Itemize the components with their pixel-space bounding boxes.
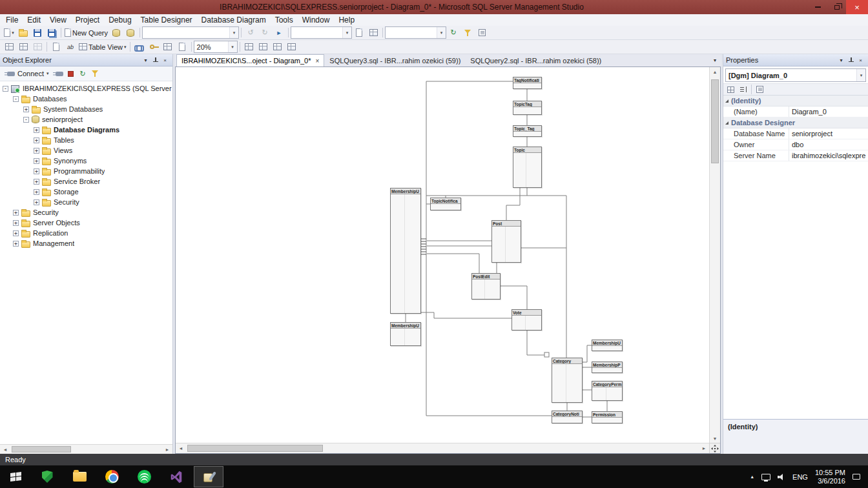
pan-button[interactable]	[709, 443, 720, 453]
language-indicator[interactable]: ENG	[792, 473, 808, 481]
tab-sqlquery2[interactable]: SQLQuery2.sql - IBR...rahim ozekici (58)…	[466, 54, 606, 66]
debug-button[interactable]: ►	[272, 26, 286, 39]
taskbar-chrome[interactable]	[97, 466, 127, 487]
volume-icon[interactable]	[778, 474, 785, 480]
scroll-left-icon[interactable]: ◄	[176, 443, 186, 453]
new-table-button[interactable]	[2, 41, 16, 54]
close-panel-icon[interactable]: ×	[856, 56, 865, 65]
disconnect-button[interactable]	[52, 68, 65, 79]
tree-item-server[interactable]: -IBRAHIMOZEKICI\SQLEXPRESS (SQL Server 1…	[0, 83, 172, 94]
expander-icon[interactable]: +	[34, 189, 39, 195]
properties-object-dropdown[interactable]: [Dgm] Diagram_0 ▾	[725, 68, 866, 82]
entity-vote[interactable]: Vote	[512, 309, 542, 330]
pin-icon[interactable]	[150, 56, 160, 65]
tree-item-server-objects[interactable]: +Server Objects	[0, 218, 172, 228]
menu-project[interactable]: Project	[71, 15, 104, 25]
property-row-server-name[interactable]: Server Nameibrahimozekici\sqlexpre	[723, 150, 868, 161]
property-value[interactable]: seniorproject	[789, 128, 868, 139]
tree-item-security-db[interactable]: +Security	[0, 197, 172, 207]
entity-membershipuser-3[interactable]: MembershipU	[592, 340, 623, 351]
tree-item-databases[interactable]: -Databases	[0, 94, 172, 104]
category-database-designer[interactable]: Database Designer	[723, 117, 868, 128]
taskbar-spotify[interactable]	[129, 466, 159, 487]
delete-table-button[interactable]	[30, 41, 45, 54]
arrange-selection-button[interactable]	[242, 41, 256, 54]
hidden-icons-button[interactable]: ▲	[750, 474, 754, 479]
menu-debug[interactable]: Debug	[104, 15, 136, 25]
taskbar-shield-app[interactable]	[32, 466, 62, 487]
pin-icon[interactable]	[846, 56, 856, 65]
expander-icon[interactable]: +	[34, 199, 39, 205]
expander-icon[interactable]: -	[3, 86, 8, 92]
clock[interactable]: 10:55 PM 3/6/2016	[815, 469, 845, 485]
tree-item-replication[interactable]: +Replication	[0, 228, 172, 238]
scrollbar-track[interactable]	[186, 443, 699, 453]
tab-diagram[interactable]: IBRAHIMOZEKICI\S...oject - Diagram_0*×	[176, 54, 324, 66]
tree-item-seniorproject[interactable]: -seniorproject	[0, 114, 172, 125]
new-item-button[interactable]: ▾	[2, 26, 16, 39]
entity-categorypermission[interactable]: CategoryPerm	[592, 381, 623, 401]
scroll-right-icon[interactable]: ►	[162, 445, 172, 454]
menu-file[interactable]: File	[1, 15, 23, 25]
entity-topictag[interactable]: TopicTag	[513, 101, 542, 115]
network-icon[interactable]	[761, 474, 770, 480]
menu-edit[interactable]: Edit	[23, 15, 45, 25]
canvas-hscrollbar[interactable]: ◄ ►	[176, 443, 709, 453]
tree-item-management[interactable]: +Management	[0, 238, 172, 249]
restore-button[interactable]	[827, 0, 846, 14]
entity-postedit[interactable]: PostEdit	[471, 273, 501, 300]
save-button[interactable]	[30, 26, 45, 39]
toolbar-combo-1[interactable]: ▾	[142, 26, 239, 39]
entity-post[interactable]: Post	[491, 220, 521, 263]
entity-category[interactable]: Category	[552, 358, 583, 403]
tree-item-views[interactable]: +Views	[0, 145, 172, 156]
results-grid-button[interactable]	[366, 26, 380, 39]
entity-tagnotification[interactable]: TagNotificati	[513, 77, 542, 89]
scrollbar-thumb[interactable]	[187, 445, 323, 452]
entity-topic-tag[interactable]: Topic_Tag	[513, 125, 542, 137]
entity-topicnotification[interactable]: TopicNotifica	[430, 198, 461, 210]
tree-item-tables[interactable]: +Tables	[0, 135, 172, 145]
save-all-button[interactable]	[45, 26, 59, 39]
scrollbar-thumb[interactable]	[12, 446, 71, 452]
tree-item-service-broker[interactable]: +Service Broker	[0, 176, 172, 187]
expander-icon[interactable]: -	[23, 117, 29, 123]
entity-categorynotification[interactable]: CategoryNoti	[552, 411, 583, 423]
toolbar-combo-2[interactable]: ▾	[291, 26, 352, 39]
tree-item-system-databases[interactable]: +System Databases	[0, 104, 172, 114]
property-row-owner[interactable]: Ownerdbo	[723, 139, 868, 150]
window-position-icon[interactable]: ▾	[836, 56, 846, 65]
property-value[interactable]: dbo	[789, 139, 868, 150]
alphabetical-button[interactable]	[737, 84, 749, 96]
stop-button[interactable]	[65, 68, 77, 79]
window-position-icon[interactable]: ▾	[141, 56, 150, 65]
taskbar-visual-studio[interactable]	[161, 466, 191, 487]
taskbar-ssms[interactable]	[194, 466, 223, 487]
filter-button[interactable]	[89, 68, 101, 79]
refresh-button[interactable]: ↻	[77, 68, 89, 79]
scroll-right-icon[interactable]: ►	[699, 443, 709, 453]
category-identity[interactable]: (Identity)	[723, 96, 868, 107]
expander-icon[interactable]: +	[34, 148, 39, 154]
expander-icon[interactable]: +	[13, 220, 19, 226]
show-grid-button[interactable]	[285, 41, 299, 54]
scroll-left-icon[interactable]: ◄	[0, 445, 10, 454]
entity-membershipuser-2[interactable]: MembershipU	[390, 322, 421, 346]
filter-toolbar-button[interactable]	[460, 26, 475, 39]
taskbar-file-explorer[interactable]	[65, 466, 94, 487]
scrollbar-track[interactable]	[10, 445, 162, 454]
entity-topic[interactable]: Topic	[513, 147, 542, 188]
property-row-name[interactable]: (Name)Diagram_0	[723, 107, 868, 117]
property-value[interactable]: Diagram_0	[789, 107, 868, 117]
expander-icon[interactable]: +	[34, 158, 39, 164]
expander-icon[interactable]: +	[34, 168, 39, 174]
manage-relationships-button[interactable]	[132, 41, 147, 54]
menu-database-diagram[interactable]: Database Diagram	[197, 15, 271, 25]
set-primary-key-button[interactable]	[147, 41, 161, 54]
expander-icon[interactable]: +	[13, 241, 19, 247]
title-bar[interactable]: IBRAHIMOZEKICI\SQLEXPRESS.seniorproject …	[0, 0, 868, 14]
expander-icon[interactable]: +	[34, 137, 39, 143]
tree-item-security-server[interactable]: +Security	[0, 207, 172, 218]
menu-window[interactable]: Window	[298, 15, 335, 25]
menu-tools[interactable]: Tools	[271, 15, 298, 25]
